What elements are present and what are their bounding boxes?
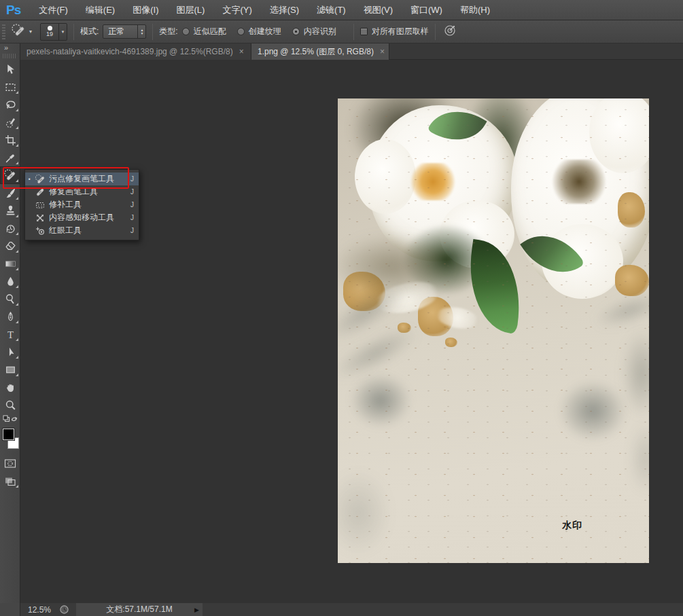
- radio-label: 近似匹配: [194, 26, 226, 37]
- menu-window[interactable]: 窗口(W): [402, 0, 451, 20]
- divider: [73, 24, 74, 40]
- photoshop-logo: Ps: [6, 3, 20, 18]
- spinner-icon: ▲ ▼: [137, 25, 145, 38]
- flyout-item-content-aware-move[interactable]: 内容感知移动工具 J: [25, 211, 139, 224]
- spot-healing-brush-icon: [11, 23, 27, 40]
- history-brush-tool[interactable]: [0, 219, 20, 237]
- zoom-tool[interactable]: [0, 396, 20, 414]
- eyedropper-tool[interactable]: [0, 149, 20, 166]
- status-bar: 12.5% 文档:57.1M/57.1M ▶: [0, 603, 683, 616]
- close-icon[interactable]: ×: [239, 48, 244, 56]
- radio-label: 创建纹理: [249, 26, 281, 37]
- document-tab-bar: pexels-nataliya-vaitkevich-4691389.jpg @…: [20, 43, 683, 60]
- tablet-pressure-icon[interactable]: [443, 24, 457, 39]
- divider: [152, 24, 153, 40]
- quick-mask-mode-button[interactable]: [0, 454, 20, 472]
- tab-pexels-image[interactable]: pexels-nataliya-vaitkevich-4691389.jpg @…: [20, 43, 251, 60]
- rose-petal: [440, 200, 514, 268]
- lasso-tool[interactable]: [0, 96, 20, 113]
- zoom-level-field[interactable]: 12.5%: [28, 605, 51, 615]
- shadow-streak: [338, 319, 423, 387]
- radio-label: 内容识别: [304, 26, 336, 37]
- radio-proximity-match[interactable]: 近似匹配: [182, 26, 226, 37]
- screen-mode-button[interactable]: [0, 472, 20, 490]
- flyout-item-label: 修补工具: [49, 199, 130, 211]
- brush-size-picker[interactable]: 19 ▼: [40, 23, 67, 41]
- watermark-text: 水印: [562, 520, 582, 532]
- divider: [435, 24, 436, 40]
- mode-label: 模式:: [80, 26, 99, 37]
- menu-file[interactable]: 文件(F): [30, 0, 77, 20]
- menu-view[interactable]: 视图(V): [355, 0, 402, 20]
- menu-filter[interactable]: 滤镜(T): [308, 0, 355, 20]
- sample-all-layers-checkbox[interactable]: 对所有图层取样: [360, 26, 429, 37]
- shadow-streak: [591, 288, 649, 333]
- color-swatches: [0, 427, 20, 454]
- mode-dropdown[interactable]: 正常 ▲ ▼: [103, 24, 146, 39]
- dried-petal: [445, 338, 457, 347]
- tab-title: pexels-nataliya-vaitkevich-4691389.jpg @…: [27, 47, 233, 56]
- brush-size-value: 19: [46, 31, 53, 37]
- flyout-item-red-eye[interactable]: 红眼工具 J: [25, 224, 139, 237]
- panel-grip[interactable]: [3, 54, 17, 58]
- dried-petal: [398, 323, 411, 333]
- dark-foliage: [463, 98, 538, 200]
- collapse-panel-icon[interactable]: »: [0, 43, 20, 52]
- quick-selection-tool[interactable]: [0, 113, 20, 131]
- path-selection-tool[interactable]: [0, 343, 20, 361]
- radio-create-texture[interactable]: 创建纹理: [237, 26, 281, 37]
- tab-1png-image[interactable]: 1.png @ 12.5% (图层 0, RGB/8) ×: [251, 43, 389, 60]
- foreground-color-swatch[interactable]: [3, 429, 14, 440]
- rose-stamen-orange: [409, 163, 457, 200]
- pen-tool[interactable]: [0, 308, 20, 325]
- menu-select[interactable]: 选择(S): [261, 0, 308, 20]
- rose-stamen-dark: [552, 160, 606, 204]
- close-icon[interactable]: ×: [380, 48, 385, 56]
- status-expand-icon[interactable]: ▶: [194, 606, 199, 613]
- checkbox-label: 对所有图层取样: [372, 26, 429, 37]
- swap-colors-icon[interactable]: [10, 415, 18, 425]
- menu-layer[interactable]: 图层(L): [167, 0, 213, 20]
- rose-petal: [589, 98, 649, 173]
- brush-size-dropdown-arrow[interactable]: ▼: [58, 24, 67, 40]
- document-info-field[interactable]: 文档:57.1M/57.1M ▶: [76, 603, 203, 616]
- shortcut-key: J: [130, 227, 134, 234]
- radio-icon: [182, 28, 190, 35]
- svg-text:T: T: [7, 329, 13, 340]
- brush-dot-icon: [48, 26, 52, 31]
- hand-tool[interactable]: [0, 378, 20, 396]
- menu-edit[interactable]: 编辑(E): [77, 0, 124, 20]
- radio-content-aware[interactable]: 内容识别: [292, 26, 336, 37]
- brush-preview: 19: [41, 24, 58, 40]
- rectangle-tool[interactable]: [0, 361, 20, 378]
- clone-stamp-tool[interactable]: [0, 202, 20, 219]
- rectangular-marquee-tool[interactable]: [0, 78, 20, 96]
- type-label: 类型:: [159, 26, 177, 37]
- menu-type[interactable]: 文字(Y): [213, 0, 260, 20]
- radio-selected-icon: [292, 28, 300, 35]
- red-annotation-rectangle: [3, 167, 129, 189]
- type-tool[interactable]: T: [0, 325, 20, 343]
- divider: [353, 24, 354, 40]
- shortcut-key: J: [130, 175, 134, 183]
- white-rose-left: [368, 105, 518, 261]
- menu-image[interactable]: 图像(I): [124, 0, 167, 20]
- shadow-streak: [338, 469, 392, 557]
- crop-tool[interactable]: [0, 131, 20, 149]
- dodge-tool[interactable]: [0, 290, 20, 308]
- document-canvas-image[interactable]: 水印: [338, 98, 649, 563]
- flyout-item-patch-tool[interactable]: 修补工具 J: [25, 198, 139, 211]
- rose-cast-shadow: [338, 234, 453, 299]
- shortcut-key: J: [130, 201, 134, 209]
- blur-tool[interactable]: [0, 272, 20, 290]
- eraser-tool[interactable]: [0, 237, 20, 255]
- green-leaf: [427, 98, 487, 153]
- default-colors-icon[interactable]: [3, 415, 10, 424]
- white-dried-petal: [373, 277, 442, 319]
- dried-petal: [418, 297, 453, 336]
- gradient-tool[interactable]: [0, 255, 20, 272]
- tool-preset-picker[interactable]: ▾: [11, 23, 32, 40]
- move-tool[interactable]: [0, 60, 20, 78]
- menu-help[interactable]: 帮助(H): [451, 0, 499, 20]
- checkbox-icon: [360, 28, 368, 35]
